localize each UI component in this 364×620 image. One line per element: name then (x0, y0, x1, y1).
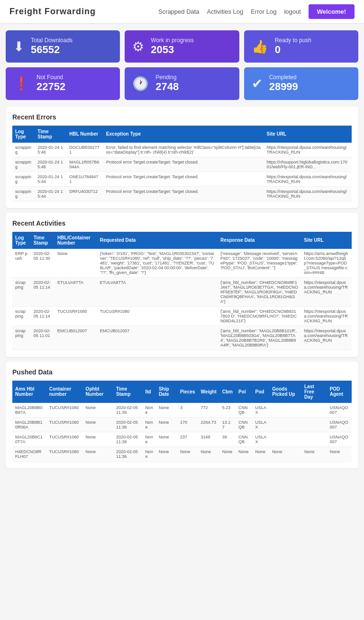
stat-label-ready-to-push: Ready to push (275, 37, 311, 44)
table-cell: USNAQO007 (327, 417, 352, 432)
table-cell: 3149 (198, 432, 219, 447)
table-header: Time Stamp (31, 232, 55, 249)
table-cell: https://ntexportal.dpusa.com/warehousing… (264, 143, 352, 157)
table-row: scrapping2020-02-05 11:14ETULVA8TTAETULV… (12, 277, 352, 306)
table-cell: H4EDCNO8RFLH07 (12, 447, 46, 461)
table-row: ERP push2020-02-05 11:30None{'token': '2… (12, 249, 352, 278)
table-cell: https://ntexportal.dpusa.com/warehousing… (264, 186, 352, 201)
table-header: Ship Date (156, 381, 177, 403)
table-header: Pod (253, 381, 270, 403)
table-cell: MAGL20B8C10T7A (12, 432, 46, 447)
table-header: ltd (142, 381, 156, 403)
stat-icon-not-found: ❗ (13, 76, 30, 91)
activities-table: Log TypeTime StampHBL/Container NumberRe… (12, 232, 352, 350)
nav-links: Scrapped Data Activities Log Error Log l… (158, 4, 355, 19)
table-cell: scrapping (12, 143, 35, 157)
table-cell: None (269, 447, 301, 461)
table-header: Container number (46, 381, 83, 403)
table-cell: MAGL20B8B10R06A (12, 417, 46, 432)
table-cell: 3 (177, 403, 198, 418)
table-cell: 2020-01-24 15:44 (35, 186, 66, 201)
stat-text-total-downloads: Total Downloads 56552 (31, 37, 73, 56)
table-cell: TUCUSR#1080 (97, 306, 218, 326)
table-cell: scrapping (12, 326, 31, 350)
recent-activities-section: Recent Activities Log TypeTime StampHBL/… (6, 213, 358, 357)
table-header: HBL Number (66, 126, 103, 143)
table-cell: ONE1U7848471 (66, 172, 103, 186)
table-cell: None (236, 447, 252, 461)
table-cell (269, 403, 301, 418)
stat-value-total-downloads: 56552 (31, 44, 73, 56)
table-row: scrapping2020-01-24 15:46MAGL1R057B6044A… (12, 157, 352, 172)
table-header: Exception Type (103, 126, 264, 143)
table-cell: 2020-01-24 15:44 (35, 172, 66, 186)
table-cell: None (156, 432, 177, 447)
table-cell: None (156, 403, 177, 418)
table-cell: TUCUSR#1080 (55, 306, 97, 326)
recent-errors-title: Recent Errors (12, 113, 352, 121)
table-cell (269, 432, 301, 447)
table-cell: DOCUBE002771 (66, 143, 103, 157)
pushed-data-scroll[interactable]: Ams Hbl NumberContainer numberOphbl Numb… (12, 381, 352, 462)
table-cell: None (142, 417, 156, 432)
table-cell: 2020-02-05 11:14 (31, 277, 55, 306)
table-row: scrapping2020-01-24 15:44DRFU4030712Prot… (12, 186, 352, 201)
table-cell: 2020-02-05 11:36 (113, 417, 142, 432)
stat-icon-completed: ✔ (252, 76, 263, 91)
table-cell: 2020-01-24 15:46 (35, 157, 66, 172)
table-cell: https://nhsupport.htgloballogistics.com:… (264, 157, 352, 172)
nav-activities-log[interactable]: Activities Log (207, 8, 244, 15)
table-cell: 237 (177, 432, 198, 447)
table-cell: 2264.73 (198, 417, 219, 432)
stat-card-completed: ✔ Completed 28999 (244, 67, 358, 100)
table-cell: 2020-02-05 11:01 (31, 326, 55, 350)
table-cell: scrapping (12, 277, 31, 306)
table-cell: 13.17 (219, 417, 236, 432)
table-header: Log Type (12, 126, 35, 143)
table-header: Time Stamp (113, 381, 142, 403)
table-cell (269, 417, 301, 432)
table-row: MAGL20B8C10T7ATUCUSR#1080None2020-02-05 … (12, 432, 352, 447)
nav-scrapped-data[interactable]: Scrapped Data (158, 8, 200, 15)
stat-value-work-in-progress: 2053 (151, 44, 193, 56)
table-header: Ophbl Number (83, 381, 113, 403)
table-cell: None (198, 447, 219, 461)
stat-card-work-in-progress: ⚙ Work in progress 2053 (125, 30, 239, 63)
welcome-button[interactable]: Welcome! (309, 4, 355, 19)
table-cell: USNAQO007 (327, 403, 352, 418)
table-cell: Error: failed to find element matching s… (103, 143, 264, 157)
recent-activities-title: Recent Activities (12, 219, 352, 227)
table-cell: {'ams_hbl_number': 'MAGL20B8B101R', 'MAG… (218, 326, 301, 350)
table-cell: None (156, 447, 177, 461)
stats-grid: ⬇ Total Downloads 56552 ⚙ Work in progre… (0, 24, 364, 102)
table-row: scrapping2020-02-05 11:14TUCUSR#1080TUCU… (12, 306, 352, 326)
table-row: scrapping2020-02-05 11:01EMCUB012007EMCU… (12, 326, 352, 350)
stat-icon-ready-to-push: 👍 (252, 39, 268, 55)
table-cell: USLAX (253, 417, 270, 432)
pushed-data-section: Pushed Data Ams Hbl NumberContainer numb… (6, 362, 358, 468)
table-row: MAGL20B8B10R06ATUCUSR#1080None2020-02-05… (12, 417, 352, 432)
navbar: Freight Forwarding Scrapped Data Activit… (0, 0, 364, 24)
table-header: Weight (198, 381, 219, 403)
table-header: Last Free Day (301, 381, 327, 403)
stat-card-pending: 🕐 Pending 2748 (125, 67, 239, 100)
table-cell: TUCUSR#1080 (46, 403, 83, 418)
table-cell: None (142, 432, 156, 447)
table-cell: 5.23 (219, 403, 236, 418)
table-row: scrapping2020-01-24 15:46DOCUBE002771Err… (12, 143, 352, 157)
table-cell (301, 432, 327, 447)
nav-logout[interactable]: logout (284, 8, 300, 15)
nav-error-log[interactable]: Error Log (251, 8, 276, 15)
table-cell: Protocol error Target.createTarget: Targ… (103, 172, 264, 186)
table-cell: Protocol error Target.createTarget: Targ… (103, 157, 264, 172)
table-cell: ETULVA8TTA (97, 277, 218, 306)
table-cell (301, 403, 327, 418)
pushed-data-title: Pushed Data (12, 368, 352, 376)
table-cell: DRFU4030712 (66, 186, 103, 201)
table-cell: TUCUSR#1080 (46, 432, 83, 447)
table-cell: None (83, 417, 113, 432)
table-cell: 2020-02-05 11:30 (31, 249, 55, 278)
table-cell: CNNQB (236, 417, 252, 432)
stat-text-work-in-progress: Work in progress 2053 (151, 37, 193, 56)
table-cell: None (156, 417, 177, 432)
